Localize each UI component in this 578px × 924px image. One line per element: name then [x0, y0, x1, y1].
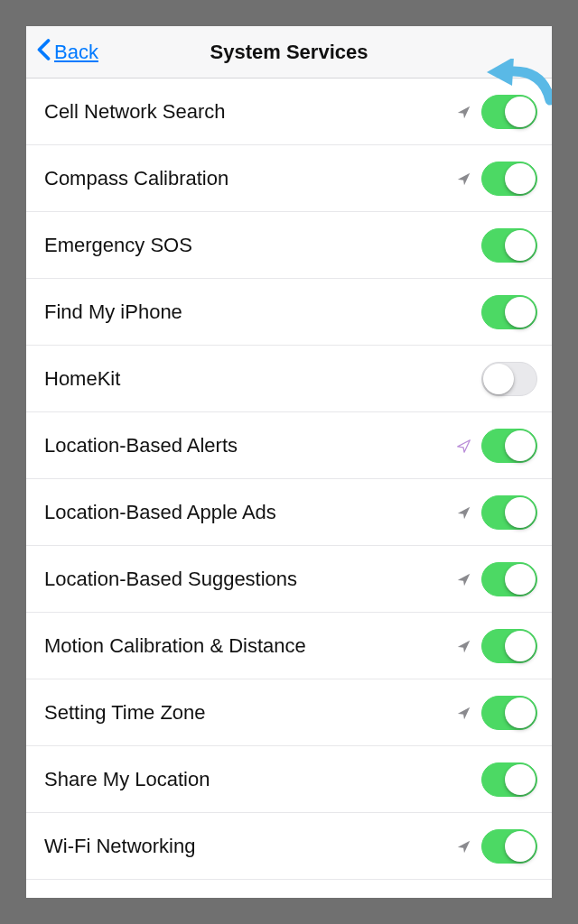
row-label: Motion Calibration & Distance	[44, 634, 306, 658]
toggle-switch[interactable]	[481, 162, 537, 196]
toggle-switch[interactable]	[481, 95, 537, 129]
row-label: Compass Calibration	[44, 167, 228, 190]
location-arrow-icon	[456, 438, 472, 454]
row-label: Cell Network Search	[44, 100, 226, 124]
location-arrow-icon	[456, 104, 472, 120]
toggle-switch[interactable]	[481, 429, 537, 463]
location-arrow-icon	[456, 838, 472, 855]
settings-row: Emergency SOS	[26, 212, 552, 279]
settings-row: Location-Based Apple Ads	[26, 479, 552, 546]
row-label: Find My iPhone	[44, 300, 182, 324]
row-label: Location-Based Apple Ads	[44, 501, 276, 524]
settings-row: HomeKit	[26, 346, 552, 412]
toggle-switch[interactable]	[481, 295, 537, 329]
settings-row: Find My iPhone	[26, 279, 552, 346]
row-label: Location-Based Alerts	[44, 434, 238, 457]
row-accessories	[456, 562, 537, 596]
toggle-switch[interactable]	[481, 829, 537, 864]
settings-row: Wi-Fi Networking	[26, 813, 552, 880]
back-label: Back	[54, 41, 98, 64]
toggle-switch[interactable]	[481, 495, 537, 530]
back-button[interactable]: Back	[37, 38, 98, 67]
settings-row: Location-Based Suggestions	[26, 546, 552, 613]
row-label: Share My Location	[44, 768, 210, 791]
toggle-switch[interactable]	[481, 362, 537, 396]
location-arrow-icon	[456, 638, 472, 654]
toggle-switch[interactable]	[481, 228, 537, 263]
row-accessories	[456, 495, 537, 530]
page-title: System Services	[26, 41, 552, 64]
row-label: Emergency SOS	[44, 234, 192, 257]
row-accessories	[481, 295, 537, 329]
navigation-bar: Back System Services	[26, 26, 552, 79]
row-accessories	[456, 629, 537, 663]
settings-row: Motion Calibration & Distance	[26, 613, 552, 679]
settings-row: Location-Based Alerts	[26, 412, 552, 479]
row-label: Wi-Fi Networking	[44, 835, 195, 858]
row-label: Significant Locations	[44, 894, 227, 898]
location-arrow-icon	[456, 705, 472, 721]
row-accessories	[481, 762, 537, 797]
toggle-switch[interactable]	[481, 562, 537, 596]
row-accessories	[481, 228, 537, 263]
row-accessories	[456, 162, 537, 196]
toggle-switch[interactable]	[481, 629, 537, 663]
row-accessories: Off	[489, 896, 537, 899]
settings-row: Compass Calibration	[26, 145, 552, 212]
row-accessories	[456, 829, 537, 864]
row-accessories	[456, 429, 537, 463]
row-accessories	[456, 696, 537, 730]
row-label: Location-Based Suggestions	[44, 568, 297, 591]
chevron-left-icon	[37, 38, 51, 67]
detail-value: Off	[489, 896, 512, 899]
toggle-switch[interactable]	[481, 762, 537, 797]
location-arrow-icon	[456, 571, 472, 587]
settings-row: Cell Network Search	[26, 79, 552, 145]
settings-row: Setting Time Zone	[26, 679, 552, 746]
row-label: HomeKit	[44, 367, 120, 391]
settings-detail-row[interactable]: Significant LocationsOff	[26, 880, 552, 898]
settings-row: Share My Location	[26, 746, 552, 813]
row-accessories	[456, 95, 537, 129]
location-arrow-icon	[456, 504, 472, 521]
row-label: Setting Time Zone	[44, 701, 206, 725]
settings-list: Cell Network SearchCompass CalibrationEm…	[26, 79, 552, 898]
settings-screen: Back System Services Cell Network Search…	[26, 26, 552, 898]
location-arrow-icon	[456, 171, 472, 187]
row-accessories	[481, 362, 537, 396]
toggle-switch[interactable]	[481, 696, 537, 730]
